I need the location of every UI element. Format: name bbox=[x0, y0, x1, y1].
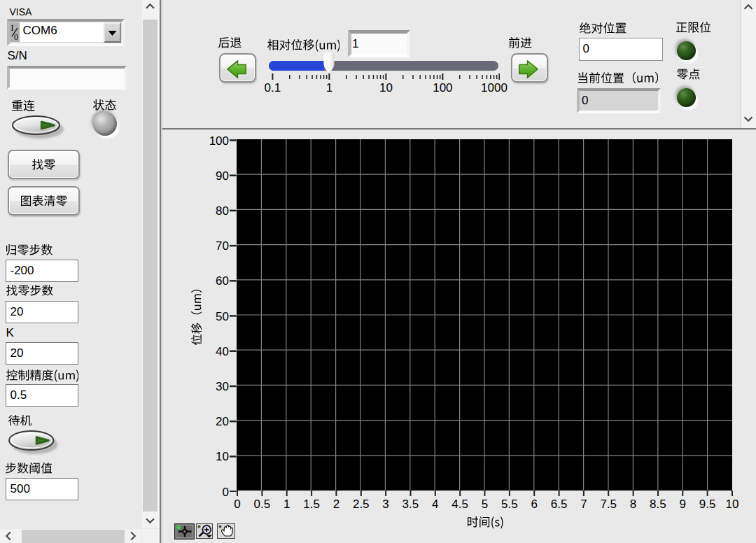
svg-text:0: 0 bbox=[14, 32, 18, 42]
svg-text:I: I bbox=[11, 23, 14, 33]
